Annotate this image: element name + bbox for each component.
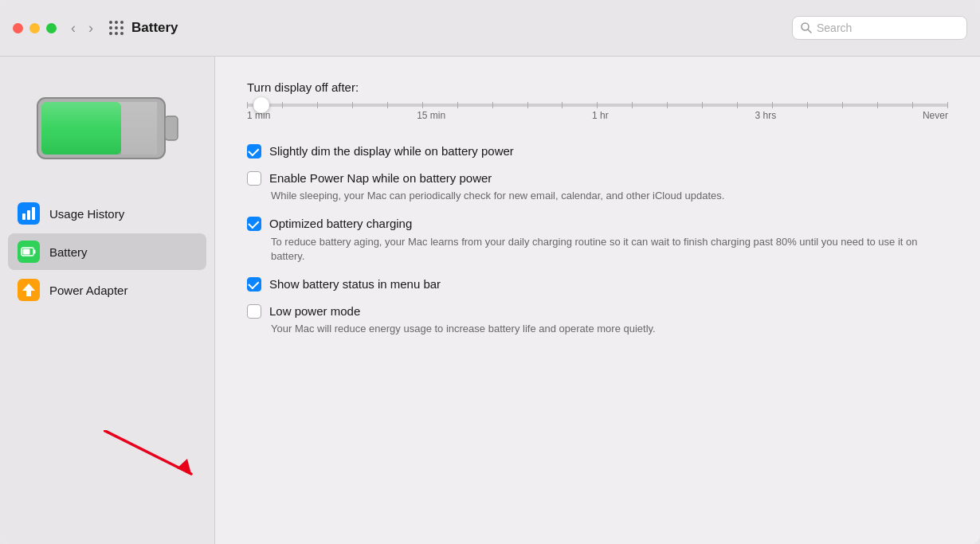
sidebar-item-battery[interactable]: Battery [8, 233, 206, 270]
sidebar: Usage History Battery [0, 57, 215, 544]
svg-rect-22 [23, 249, 30, 255]
sidebar-item-usage-history[interactable]: Usage History [8, 195, 206, 232]
battery-icon-container [33, 88, 181, 171]
titlebar: ‹ › Battery [0, 0, 980, 57]
page-title: Battery [131, 20, 792, 36]
slider-labels: 1 min 15 min 1 hr 3 hrs Never [247, 110, 948, 121]
checkbox-label-low-power: Low power mode [269, 303, 360, 319]
detail-panel: Turn display off after: [215, 57, 980, 544]
slider-section: Turn display off after: [247, 80, 948, 121]
checkbox-row-optimized-charging: Optimized battery charging [247, 216, 948, 232]
sidebar-item-power-adapter[interactable]: Power Adapter [8, 272, 206, 308]
checkbox-power-nap[interactable] [247, 171, 261, 186]
slider-label-never: Never [923, 110, 948, 121]
battery-nav-icon [18, 241, 40, 263]
nav-buttons: ‹ › [66, 17, 98, 40]
svg-rect-19 [32, 207, 35, 220]
checkbox-desc-optimized-charging: To reduce battery aging, your Mac learns… [271, 235, 948, 264]
checkbox-label-optimized-charging: Optimized battery charging [269, 216, 412, 232]
svg-rect-12 [165, 116, 178, 140]
sidebar-item-label-usage-history: Usage History [49, 207, 124, 221]
svg-point-0 [109, 21, 112, 24]
checkbox-battery-status[interactable] [247, 277, 261, 292]
usage-history-icon [18, 202, 40, 225]
svg-point-5 [120, 26, 123, 29]
svg-marker-23 [22, 284, 35, 296]
svg-point-2 [120, 21, 123, 24]
svg-point-7 [115, 32, 118, 35]
battery-illustration [33, 88, 181, 168]
slider-label-15min: 15 min [417, 110, 445, 121]
sidebar-nav: Usage History Battery [0, 195, 214, 310]
checkbox-row-dim-display: Slightly dim the display while on batter… [247, 143, 948, 159]
grid-icon[interactable] [108, 19, 125, 37]
checkbox-row-power-nap: Enable Power Nap while on battery power [247, 170, 948, 186]
svg-rect-18 [27, 210, 30, 220]
system-preferences-window: ‹ › Battery [0, 0, 980, 544]
svg-line-10 [808, 29, 811, 33]
sidebar-item-label-power-adapter: Power Adapter [49, 284, 127, 297]
slider-title: Turn display off after: [247, 80, 948, 94]
slider-thumb[interactable] [253, 97, 269, 113]
svg-rect-15 [121, 102, 161, 155]
svg-point-8 [120, 32, 123, 35]
traffic-lights [13, 23, 57, 33]
power-adapter-icon [18, 279, 40, 301]
svg-point-6 [109, 32, 112, 35]
svg-point-3 [109, 26, 112, 29]
checkbox-low-power[interactable] [247, 304, 261, 319]
checkbox-label-battery-status: Show battery status in menu bar [269, 276, 441, 292]
svg-rect-16 [157, 102, 161, 155]
close-button[interactable] [13, 23, 23, 33]
checkbox-desc-low-power: Your Mac will reduce energy usage to inc… [271, 322, 948, 336]
svg-point-1 [115, 21, 118, 24]
checkbox-row-battery-status: Show battery status in menu bar [247, 276, 948, 292]
slider-label-1hr: 1 hr [592, 110, 609, 121]
search-input[interactable] [817, 22, 958, 34]
forward-button[interactable]: › [84, 17, 98, 40]
checkbox-label-power-nap: Enable Power Nap while on battery power [269, 170, 492, 186]
checkbox-label-dim-display: Slightly dim the display while on batter… [269, 143, 514, 159]
minimize-button[interactable] [29, 23, 40, 33]
main-content: Usage History Battery [0, 57, 980, 544]
svg-point-4 [115, 26, 118, 29]
search-icon [801, 22, 812, 33]
checkbox-dim-display[interactable] [247, 144, 261, 159]
back-button[interactable]: ‹ [66, 17, 80, 40]
maximize-button[interactable] [46, 23, 57, 33]
checkbox-desc-power-nap: While sleeping, your Mac can periodicall… [271, 189, 948, 203]
sidebar-item-label-battery: Battery [49, 245, 88, 259]
svg-rect-21 [33, 250, 36, 254]
checkbox-row-low-power: Low power mode [247, 303, 948, 319]
checkbox-optimized-charging[interactable] [247, 217, 261, 231]
svg-rect-17 [22, 213, 25, 220]
slider-label-3hrs: 3 hrs [755, 110, 776, 121]
search-box[interactable] [792, 16, 967, 40]
